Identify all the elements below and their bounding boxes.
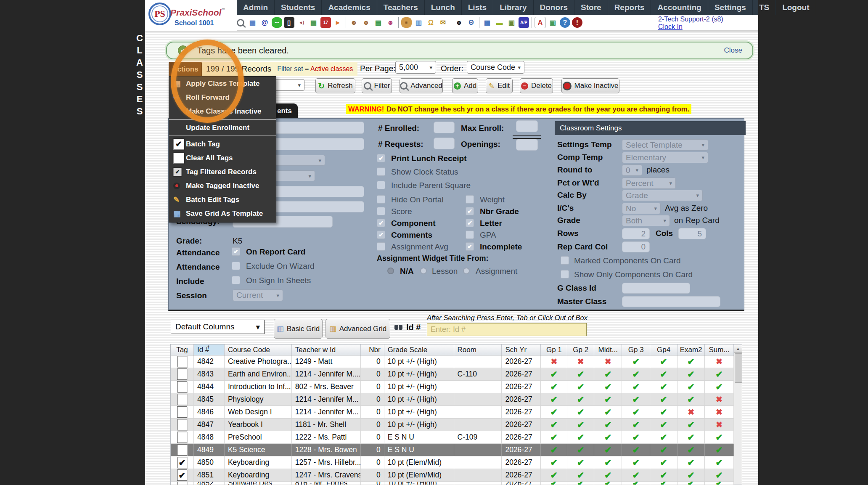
checkbox-incomplete[interactable]: ✔ xyxy=(466,242,474,251)
pdf-icon[interactable]: A xyxy=(535,17,546,28)
column-header-grade-scale[interactable]: Grade Scale xyxy=(384,345,454,355)
tag-checkbox[interactable] xyxy=(177,432,187,443)
menu-item-make-tagged-inactive[interactable]: Make Tagged Inactive xyxy=(169,179,276,193)
menu-item-update-enrollment[interactable]: Update Enrollment xyxy=(169,121,276,135)
requests-input[interactable] xyxy=(434,138,455,149)
refresh-button[interactable]: ↻Refresh xyxy=(315,78,355,93)
table-row[interactable]: 4844Introduction to Inf...802 - Mrs. Bea… xyxy=(171,381,734,393)
column-header-sch-yr[interactable]: Sch Yr xyxy=(502,345,541,355)
table-row[interactable]: 4847Yearbook I1181 - Mr. Shell010 pt +/-… xyxy=(171,419,734,431)
cols-input[interactable]: 5 xyxy=(678,228,706,239)
phone-icon[interactable]: ▯ xyxy=(284,17,294,28)
session-select[interactable]: Current▾ xyxy=(233,289,283,301)
nav-item-ts[interactable]: TS xyxy=(753,0,776,15)
delete-button[interactable]: −Delete xyxy=(520,78,553,93)
nav-item-students[interactable]: Students xyxy=(275,0,322,15)
advanced-button[interactable]: Advanced xyxy=(400,78,443,93)
calendar-grid-icon[interactable]: ▦ xyxy=(247,17,258,28)
column-header-nbr[interactable]: Nbr xyxy=(361,345,384,355)
tag-checkbox[interactable] xyxy=(177,368,187,380)
per-page-select[interactable]: 5,000▾ xyxy=(395,61,436,74)
basic-grid-button[interactable]: ▦ Basic Grid xyxy=(274,319,323,339)
checkbox-letter[interactable]: ✔ xyxy=(466,219,474,227)
column-header-gp-2[interactable]: Gp 2 xyxy=(567,345,594,355)
i-c-s-select[interactable]: No▾ xyxy=(622,203,661,214)
column-header-gp-3[interactable]: Gp 3 xyxy=(622,345,650,355)
menu-item-apply-class-template[interactable]: ▦Apply Class Template xyxy=(169,77,276,90)
checkbox-on-report-card[interactable]: ✔ xyxy=(232,247,240,256)
ap-icon[interactable]: A/P xyxy=(519,17,529,28)
nav-item-settings[interactable]: Settings xyxy=(708,0,753,15)
menu-item-clear-all-tags[interactable]: Clear All Tags xyxy=(169,151,276,165)
checkbox-assignment-avg[interactable] xyxy=(377,242,385,251)
scroll-up-icon[interactable]: ▲ xyxy=(734,345,742,353)
nav-item-store[interactable]: Store xyxy=(574,0,608,15)
person-suit-icon[interactable]: ☻ xyxy=(454,17,464,28)
column-header-sum[interactable]: Sum... xyxy=(705,345,734,355)
nav-item-teachers[interactable]: Teachers xyxy=(377,0,425,15)
nav-item-lunch[interactable]: Lunch xyxy=(425,0,462,15)
checkbox-component[interactable]: ✔ xyxy=(377,219,385,227)
actions-button[interactable]: Actions xyxy=(169,62,202,77)
nav-item-logout[interactable]: Logout xyxy=(776,0,816,15)
nav-item-lists[interactable]: Lists xyxy=(462,0,493,15)
cash-register-icon[interactable]: ▣ xyxy=(548,17,558,28)
checkbox-hide-on-portal[interactable] xyxy=(377,195,385,204)
pct-or-wt-d-select[interactable]: Percent▾ xyxy=(622,178,676,189)
notebook-icon[interactable]: ▥ xyxy=(413,17,424,28)
menu-item-batch-tag[interactable]: ✔Batch Tag xyxy=(169,137,276,151)
megaphone-icon[interactable]: ► xyxy=(333,17,343,28)
filter-button[interactable]: Filter xyxy=(362,78,392,93)
order-select[interactable]: Course Code▾ xyxy=(467,61,524,74)
id-search-input[interactable] xyxy=(427,323,587,336)
round-to-select[interactable]: 0▾ xyxy=(622,164,642,176)
person-icon[interactable]: ☻ xyxy=(361,17,371,28)
g-class-id-input[interactable] xyxy=(622,283,690,294)
checkbox-gpa[interactable] xyxy=(466,231,474,239)
column-header-midt[interactable]: Midt... xyxy=(594,345,622,355)
checkbox-print-lunch-receipt[interactable]: ✔ xyxy=(377,154,385,162)
comp-temp-select[interactable]: Elementary▾ xyxy=(622,152,708,163)
radio-n-a[interactable] xyxy=(387,268,394,274)
add-button[interactable]: +Add xyxy=(452,78,478,93)
grade-select[interactable]: Both▾ xyxy=(622,215,670,226)
tag-checkbox[interactable] xyxy=(177,482,187,485)
master-class-input[interactable] xyxy=(622,296,720,307)
checkbox-show-only-components-on-card[interactable] xyxy=(561,270,569,278)
rows-input[interactable]: 2 xyxy=(622,228,650,239)
tag-checkbox[interactable] xyxy=(177,381,187,392)
tag-checkbox[interactable] xyxy=(177,444,187,456)
table-row[interactable]: 4848PreSchool1222 - Ms. Patti0E S N UC-1… xyxy=(171,431,734,444)
settings-temp-select[interactable]: Select Template▾ xyxy=(622,139,708,151)
edit-button[interactable]: ✎Edit xyxy=(486,78,513,93)
alarm-clock-icon[interactable]: Θ xyxy=(466,17,476,28)
nav-item-accounting[interactable]: Accounting xyxy=(651,0,708,15)
table-row[interactable]: 4852Software Des...816 - Mr. Forres...01… xyxy=(171,482,734,485)
table-row[interactable]: 4843Earth and Environ...1214 - Jennifer … xyxy=(171,368,734,381)
mail-send-icon[interactable]: ✉ xyxy=(438,17,448,28)
tag-checkbox[interactable]: ✔ xyxy=(177,469,187,481)
checkbox-show-clock-status[interactable] xyxy=(377,167,385,176)
table-row[interactable]: ✔4850Keyboarding1257 - Mrs. Hillebr...01… xyxy=(171,456,734,469)
checkbox-marked-components-on-card[interactable] xyxy=(561,256,569,265)
column-header-gp4[interactable]: Gp4 xyxy=(650,345,677,355)
advanced-grid-button[interactable]: ▦ Advanced Grid xyxy=(326,319,390,339)
email-icon[interactable]: @ xyxy=(259,17,270,28)
calendar-date-icon[interactable]: 17 xyxy=(320,17,331,28)
nav-item-academics[interactable]: Academics xyxy=(322,0,377,15)
make-inactive-button[interactable]: Make Inactive xyxy=(561,78,619,93)
column-header-course-code[interactable]: Course Code xyxy=(225,345,292,355)
column-header-teacher-w-id[interactable]: Teacher w Id xyxy=(292,345,361,355)
table-icon[interactable]: ▦ xyxy=(482,17,492,28)
checkbox-exclude-on-wizard[interactable] xyxy=(232,262,240,270)
menu-item-batch-edit-tags[interactable]: ✎Batch Edit Tags xyxy=(169,193,276,207)
person-add-icon[interactable]: ☻ xyxy=(349,17,359,28)
tag-checkbox[interactable] xyxy=(177,356,187,367)
logo[interactable]: PS PraxiSchool™ School 1001 xyxy=(145,0,237,31)
scroll-thumb[interactable] xyxy=(735,353,742,383)
openings-input[interactable] xyxy=(516,139,538,151)
menu-item-roll-forward[interactable]: ➔Roll Forward xyxy=(169,90,276,104)
nav-item-reports[interactable]: Reports xyxy=(608,0,651,15)
checkbox-score[interactable] xyxy=(377,207,385,215)
column-header-tag[interactable]: Tag xyxy=(171,345,194,355)
